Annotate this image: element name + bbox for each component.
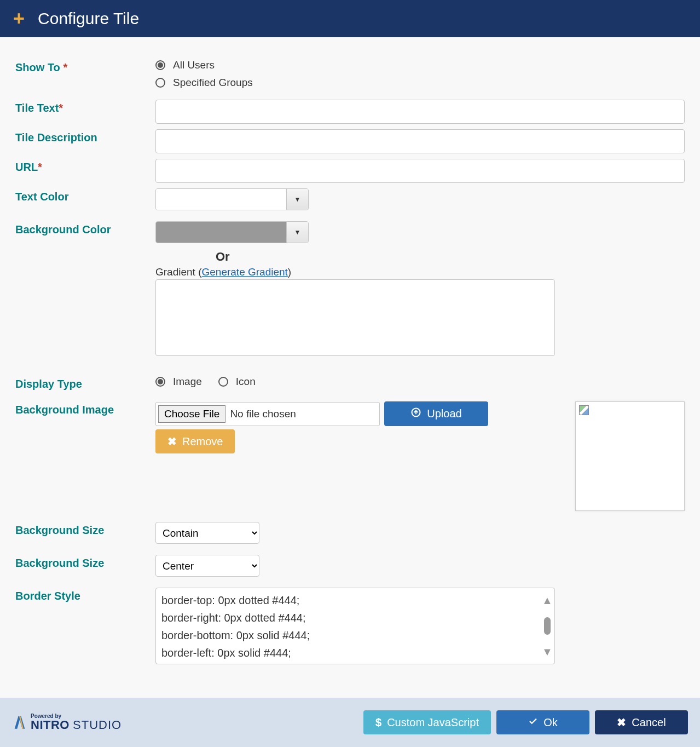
label-tile-text: Tile Text* [15,100,155,114]
radio-specified-groups-label: Specified Groups [173,77,253,89]
gradient-css-input[interactable] [155,279,555,356]
url-input[interactable] [155,159,685,183]
radio-all-users[interactable] [155,60,165,70]
scroll-up-icon[interactable]: ▲ [542,591,553,609]
cancel-button[interactable]: ✖ Cancel [595,710,688,734]
plus-icon: + [13,9,25,28]
border-style-text: border-top: 0px dotted #444; border-righ… [161,591,549,662]
close-icon: ✖ [167,435,177,448]
border-style-input[interactable]: border-top: 0px dotted #444; border-righ… [155,588,555,664]
close-icon: ✖ [617,716,626,729]
tile-text-input[interactable] [155,100,685,124]
radio-all-users-label: All Users [173,59,215,71]
radio-icon-label: Icon [236,376,256,388]
custom-javascript-button[interactable]: $ Custom JavaScript [363,710,491,734]
scroll-down-icon[interactable]: ▼ [542,643,553,660]
required-asterisk: * [38,161,42,173]
radio-icon[interactable] [218,377,228,387]
label-background-size-1: Background Size [15,522,155,537]
label-border-style: Border Style [15,588,155,602]
text-color-swatch [156,189,286,210]
scroll-thumb[interactable] [544,617,551,635]
scrollbar[interactable]: ▲ ▼ [542,591,552,660]
label-display-type: Display Type [15,376,155,390]
check-icon [528,716,538,729]
generate-gradient-link[interactable]: Generate Gradient [201,266,287,278]
file-status: No file chosen [225,408,296,420]
choose-file-button[interactable]: Choose File [158,405,225,423]
bg-color-picker[interactable]: ▼ [155,221,309,243]
dollar-icon: $ [375,716,381,729]
image-preview [575,401,685,511]
label-background-image: Background Image [15,401,155,416]
chevron-down-icon[interactable]: ▼ [286,222,308,243]
label-tile-description: Tile Description [15,129,155,144]
upload-icon [410,407,421,421]
gradient-label: Gradient (Generate Gradient) [155,266,685,278]
radio-image-label: Image [173,376,202,388]
file-picker[interactable]: Choose File No file chosen [155,402,380,426]
upload-button[interactable]: Upload [384,401,488,426]
display-type-radio-group: Image Icon [155,376,685,388]
brand-logo-area: Powered by NITRO STUDIO [12,714,122,731]
radio-specified-groups[interactable] [155,78,165,88]
dialog-title: Configure Tile [38,9,139,28]
text-color-picker[interactable]: ▼ [155,188,309,210]
label-show-to: Show To * [15,59,155,74]
chevron-down-icon[interactable]: ▼ [286,189,308,210]
dialog-body: Show To * All Users Specified Groups Til… [0,37,700,691]
nitro-logo-icon [12,715,27,730]
ok-button[interactable]: Ok [496,710,589,734]
required-asterisk: * [59,102,63,114]
dialog-header: + Configure Tile [0,0,700,37]
background-size-select-1[interactable]: Contain [155,522,259,544]
bg-color-swatch [156,222,286,243]
remove-button[interactable]: ✖ Remove [155,429,235,453]
dialog-footer: Powered by NITRO STUDIO $ Custom JavaScr… [0,698,700,747]
required-asterisk: * [63,61,67,73]
show-to-radio-group: All Users Specified Groups [155,59,685,89]
brand-name: NITRO STUDIO [31,719,122,731]
broken-image-icon [579,405,589,415]
label-background-size-2: Background Size [15,555,155,570]
background-size-select-2[interactable]: Center [155,555,259,577]
label-url: URL* [15,159,155,174]
label-background-color: Background Color [15,221,155,236]
radio-image[interactable] [155,377,165,387]
or-separator: Or [155,243,413,266]
tile-description-input[interactable] [155,129,685,153]
label-text-color: Text Color [15,188,155,203]
